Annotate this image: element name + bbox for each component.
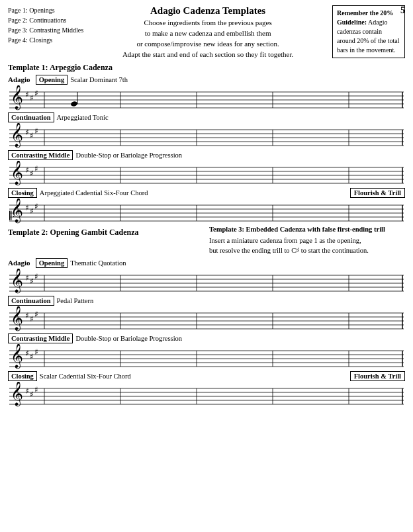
svg-text:♯: ♯ <box>34 310 38 319</box>
template1-continuation-text: Arpeggiated Tonic <box>57 114 109 121</box>
page-index-line2: Page 2: Continuations <box>8 15 83 25</box>
template2-title-col: Template 2: Opening Gambit Cadenza <box>8 225 204 239</box>
template2-block: Adagio Opening Thematic Quotation 𝄞 ♯ ♯ … <box>8 258 405 407</box>
template3-title: Template 3: Embedded Cadenza with false … <box>209 225 405 235</box>
svg-text:𝄞: 𝄞 <box>11 306 23 332</box>
template1-flourish: Flourish & Trill <box>350 188 405 198</box>
svg-text:♯: ♯ <box>34 385 38 394</box>
template2-contrasting-label: Contrasting Middle <box>8 333 73 343</box>
template1-staff1: 𝄞 ♯ ♯ ♯ <box>8 85 405 111</box>
page-index-line4: Page 4: Closings <box>8 35 83 45</box>
page-index: Page 1: Openings Page 2: Continuations P… <box>8 5 83 45</box>
svg-text:♯: ♯ <box>30 93 34 103</box>
template1-contrasting-text: Double-Stop or Bariolage Progression <box>75 152 182 159</box>
svg-text:♯: ♯ <box>30 131 34 140</box>
template1-staff2: 𝄞 ♯ ♯ ♯ <box>8 123 405 148</box>
svg-text:♯: ♯ <box>34 202 38 211</box>
svg-text:♯: ♯ <box>34 272 38 281</box>
templates-2-3-header: Template 2: Opening Gambit Cadenza Templ… <box>8 225 405 256</box>
template1-continuation-row: Continuation Arpeggiated Tonic <box>8 112 405 122</box>
subtitle-line4: Adapt the start and end of each section … <box>83 50 332 60</box>
template1-staff4: 𝄞 ♯ ♯ ♯ 𝄆 <box>8 199 405 224</box>
page-index-line3: Page 3: Contrasting Middles <box>8 25 83 35</box>
subtitle-line2: to make a new cadenza and embellish them <box>83 28 332 39</box>
svg-text:♯: ♯ <box>34 89 38 98</box>
svg-text:♯: ♯ <box>25 203 29 212</box>
subtitle-line3: or compose/improvise new ideas for any s… <box>83 39 332 50</box>
template3-desc: Template 3: Embedded Cadenza with false … <box>209 225 405 256</box>
template2-closing-label: Closing <box>8 371 37 381</box>
template1-contrasting-label: Contrasting Middle <box>8 150 73 160</box>
template2-opening-label: Opening <box>36 258 68 268</box>
svg-text:♯: ♯ <box>25 165 29 175</box>
svg-text:♯: ♯ <box>30 390 34 399</box>
svg-text:𝄞: 𝄞 <box>11 85 23 111</box>
template3-desc-line2: but resolve the ending trill to C♯ to st… <box>209 246 405 256</box>
template2-continuation-label: Continuation <box>8 296 54 306</box>
template1-staff3: 𝄞 ♯ ♯ ♯ <box>8 161 405 186</box>
staff4-svg: 𝄞 ♯ ♯ ♯ 𝄆 <box>8 199 405 224</box>
staff5-svg: 𝄞 ♯ ♯ ♯ <box>8 269 405 294</box>
template2-title: Template 2: Opening Gambit Cadenza <box>8 228 204 238</box>
template1-opening-text: Scalar Dominant 7th <box>70 76 128 83</box>
template2-contrasting-text: Double-Stop or Bariolage Progression <box>75 335 182 342</box>
svg-text:♯: ♯ <box>34 164 38 173</box>
svg-point-15 <box>70 101 77 107</box>
svg-text:♯: ♯ <box>25 349 29 358</box>
template2-opening-text: Thematic Quotation <box>70 259 126 267</box>
template2-closing-row: Closing Scalar Cadential Six-Four Chord … <box>8 371 405 381</box>
svg-text:𝄞: 𝄞 <box>11 344 23 369</box>
subtitle-line1: Choose ingredients from the previous pag… <box>83 18 332 28</box>
template2-opening-row: Adagio Opening Thematic Quotation <box>8 258 405 268</box>
template1-closing-text: Arpeggiated Cadential Six-Four Chord <box>40 189 148 197</box>
svg-text:𝄆: 𝄆 <box>9 209 15 222</box>
template1-opening-row: Adagio Opening Scalar Dominant 7th <box>8 75 405 85</box>
svg-text:♯: ♯ <box>30 277 34 286</box>
staff1-svg: 𝄞 ♯ ♯ ♯ <box>8 85 405 111</box>
page-number: 5 <box>400 5 405 16</box>
template1-block: Template 1: Arpeggio Cadenza Adagio Open… <box>8 63 405 224</box>
svg-text:♯: ♯ <box>25 386 29 396</box>
main-title: Adagio Cadenza Templates <box>83 5 332 17</box>
svg-text:♯: ♯ <box>25 90 29 99</box>
template3-desc-line1: Insert a miniature cadenza from page 1 a… <box>209 236 405 246</box>
template1-closing-label: Closing <box>8 188 37 198</box>
template2-adagio: Adagio <box>8 259 30 267</box>
svg-text:♯: ♯ <box>25 311 29 320</box>
svg-text:𝄞: 𝄞 <box>11 123 23 148</box>
template1-contrasting-row: Contrasting Middle Double-Stop or Bariol… <box>8 150 405 160</box>
svg-text:♯: ♯ <box>30 169 34 178</box>
staff3-svg: 𝄞 ♯ ♯ ♯ <box>8 161 405 186</box>
svg-text:♯: ♯ <box>25 273 29 283</box>
page-title-block: Adagio Cadenza Templates Choose ingredie… <box>83 5 332 60</box>
page-header: Page 1: Openings Page 2: Continuations P… <box>8 5 405 60</box>
svg-text:♯: ♯ <box>30 352 34 361</box>
template1-title: Template 1: Arpeggio Cadenza <box>8 63 405 73</box>
staff2-svg: 𝄞 ♯ ♯ ♯ <box>8 123 405 148</box>
template2-staff4: 𝄞 ♯ ♯ ♯ <box>8 382 405 407</box>
template2-staff1: 𝄞 ♯ ♯ ♯ <box>8 269 405 294</box>
template2-continuation-text: Pedal Pattern <box>57 297 94 304</box>
template1-opening-label: Opening <box>36 75 68 85</box>
staff7-svg: 𝄞 ♯ ♯ ♯ <box>8 344 405 369</box>
reminder-box: Remember the 20% Guideline: Adagio caden… <box>332 5 405 58</box>
template1-continuation-label: Continuation <box>8 112 54 122</box>
template2-flourish: Flourish & Trill <box>350 371 405 381</box>
svg-text:♯: ♯ <box>30 314 34 324</box>
template2-staff2: 𝄞 ♯ ♯ ♯ <box>8 306 405 332</box>
template2-continuation-row: Continuation Pedal Pattern <box>8 296 405 306</box>
template1-adagio: Adagio <box>8 75 30 83</box>
svg-text:𝄞: 𝄞 <box>11 269 23 294</box>
page-index-line1: Page 1: Openings <box>8 5 83 15</box>
svg-text:♯: ♯ <box>34 347 38 357</box>
svg-text:𝄞: 𝄞 <box>11 161 23 186</box>
svg-text:♯: ♯ <box>30 206 34 216</box>
template2-contrasting-row: Contrasting Middle Double-Stop or Bariol… <box>8 333 405 343</box>
staff8-svg: 𝄞 ♯ ♯ ♯ <box>8 382 405 407</box>
svg-text:♯: ♯ <box>25 128 29 137</box>
staff6-svg: 𝄞 ♯ ♯ ♯ <box>8 306 405 332</box>
svg-text:𝄞: 𝄞 <box>11 382 23 407</box>
template2-staff3: 𝄞 ♯ ♯ ♯ <box>8 344 405 369</box>
template1-closing-row: Closing Arpeggiated Cadential Six-Four C… <box>8 188 405 198</box>
svg-text:♯: ♯ <box>34 126 38 136</box>
